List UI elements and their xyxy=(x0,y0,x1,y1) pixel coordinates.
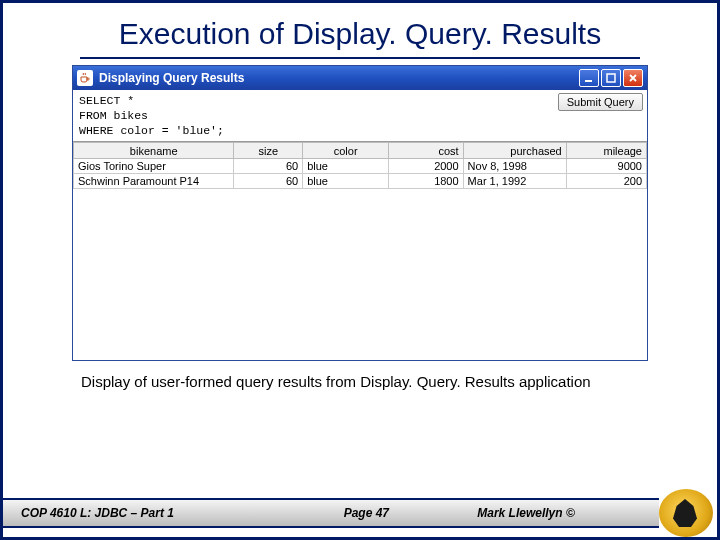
title-underline xyxy=(80,57,640,59)
query-textarea[interactable]: SELECT * FROM bikes WHERE color = 'blue'… xyxy=(73,90,537,141)
cell-size: 60 xyxy=(234,174,303,189)
results-panel: bikename size color cost purchased milea… xyxy=(73,142,647,360)
col-bikename: bikename xyxy=(74,143,234,159)
close-button[interactable] xyxy=(623,69,643,87)
svg-rect-1 xyxy=(607,74,615,82)
slide-container: Execution of Display. Query. Results Dis… xyxy=(0,0,720,540)
table-row: Schwinn Paramount P14 60 blue 1800 Mar 1… xyxy=(74,174,647,189)
col-color: color xyxy=(303,143,389,159)
svg-rect-0 xyxy=(585,80,592,82)
java-cup-icon xyxy=(77,70,93,86)
slide-footer: COP 4610 L: JDBC – Part 1 Page 47 Mark L… xyxy=(3,489,717,537)
footer-page: Page 47 xyxy=(275,506,457,520)
cell-color: blue xyxy=(303,159,389,174)
cell-bikename: Schwinn Paramount P14 xyxy=(74,174,234,189)
table-header-row: bikename size color cost purchased milea… xyxy=(74,143,647,159)
cell-cost: 2000 xyxy=(389,159,463,174)
col-mileage: mileage xyxy=(566,143,646,159)
cell-color: blue xyxy=(303,174,389,189)
footer-author: Mark Llewellyn © xyxy=(457,506,659,520)
slide-title: Execution of Display. Query. Results xyxy=(3,3,717,57)
cell-bikename: Gios Torino Super xyxy=(74,159,234,174)
window-titlebar: Displaying Query Results xyxy=(73,66,647,90)
cell-mileage: 9000 xyxy=(566,159,646,174)
footer-band: COP 4610 L: JDBC – Part 1 Page 47 Mark L… xyxy=(3,498,659,528)
cell-size: 60 xyxy=(234,159,303,174)
cell-purchased: Mar 1, 1992 xyxy=(463,174,566,189)
table-row: Gios Torino Super 60 blue 2000 Nov 8, 19… xyxy=(74,159,647,174)
submit-query-button[interactable]: Submit Query xyxy=(558,93,643,111)
col-size: size xyxy=(234,143,303,159)
footer-course: COP 4610 L: JDBC – Part 1 xyxy=(3,506,275,520)
slide-caption: Display of user-formed query results fro… xyxy=(3,361,717,390)
submit-area: Submit Query xyxy=(537,90,647,141)
cell-purchased: Nov 8, 1998 xyxy=(463,159,566,174)
cell-cost: 1800 xyxy=(389,174,463,189)
col-cost: cost xyxy=(389,143,463,159)
app-window: Displaying Query Results SELECT * FROM b… xyxy=(72,65,648,361)
maximize-button[interactable] xyxy=(601,69,621,87)
cell-mileage: 200 xyxy=(566,174,646,189)
results-table: bikename size color cost purchased milea… xyxy=(73,142,647,189)
window-title-text: Displaying Query Results xyxy=(99,71,244,85)
query-area: SELECT * FROM bikes WHERE color = 'blue'… xyxy=(73,90,647,142)
minimize-button[interactable] xyxy=(579,69,599,87)
col-purchased: purchased xyxy=(463,143,566,159)
ucf-pegasus-logo-icon xyxy=(659,489,713,537)
